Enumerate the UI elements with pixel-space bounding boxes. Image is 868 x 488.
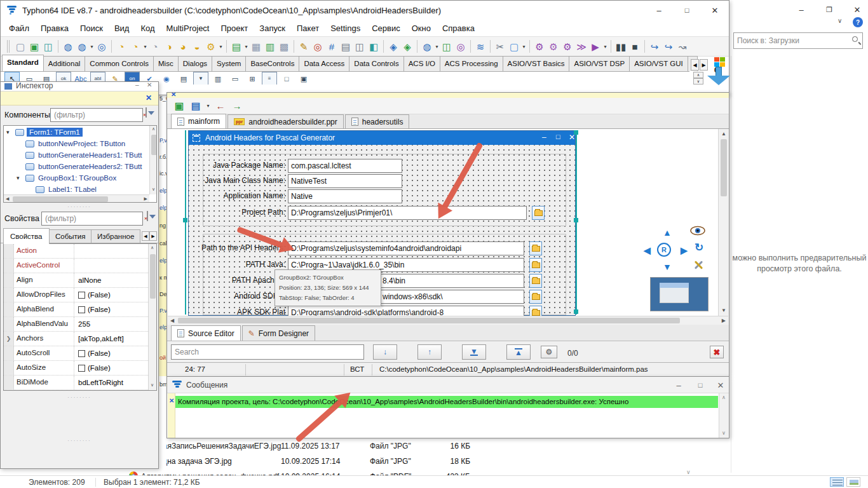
scroll-down-icon[interactable]: ∨ — [722, 430, 726, 436]
toolbar-icon[interactable]: ✂ — [493, 39, 507, 53]
toolbar-icon[interactable]: ◍ — [75, 39, 89, 53]
ide-close-button[interactable]: ✕ — [701, 1, 729, 20]
selection-line-right[interactable] — [576, 130, 577, 315]
selection-handle[interactable] — [574, 309, 578, 314]
toolbar-icon[interactable]: ⚙ — [204, 39, 218, 53]
toolbar-icon[interactable]: ◍ — [420, 39, 434, 53]
toolbar-icon[interactable]: ▩ — [277, 39, 291, 53]
menu-run[interactable]: Запуск — [254, 24, 291, 33]
java-main-class-input[interactable]: NativeTest — [288, 174, 402, 188]
toolbar-icon[interactable]: ◍ — [61, 39, 75, 53]
api-headers-path-input[interactable]: D:\Programs\zeljus\systeminfo4android\an… — [288, 241, 524, 255]
menu-code[interactable]: Код — [135, 24, 160, 33]
toolbar-icon[interactable]: ◫ — [41, 39, 55, 53]
menu-package[interactable]: Пакет — [291, 24, 325, 33]
properties-filter-icon[interactable] — [147, 211, 148, 221]
browse-button[interactable] — [529, 258, 542, 272]
properties-filter-input[interactable] — [41, 212, 143, 226]
browse-button[interactable] — [529, 306, 542, 316]
browse-button[interactable] — [529, 274, 542, 288]
scroll-thumb[interactable] — [13, 196, 108, 202]
palette-tab-system[interactable]: System — [212, 56, 246, 71]
toolbar-icon[interactable]: ◎ — [95, 39, 109, 53]
dropdown-caret-icon[interactable]: ▾ — [521, 44, 527, 50]
form-designer-canvas[interactable]: Android Headers for Pascal Generator – □… — [168, 129, 728, 316]
toolbar-icon[interactable]: ◒ — [190, 39, 204, 53]
toolbar-icon[interactable]: ↪ — [661, 39, 675, 53]
property-row[interactable]: AutoScroll(False) — [4, 346, 148, 361]
selection-handle[interactable] — [574, 130, 578, 135]
palette-tab-data-access[interactable]: Data Access — [299, 56, 349, 71]
palette-tab-asio-vst-gui[interactable]: ASIO/VST GUI — [629, 56, 688, 71]
selection-line-left[interactable] — [185, 130, 186, 315]
palette-tab-asio-vst-dsp[interactable]: ASIO/VST DSP — [569, 56, 630, 71]
toolbar-icon[interactable]: ▶ — [588, 39, 602, 53]
selection-handle[interactable] — [183, 218, 187, 222]
grid-vscrollbar[interactable]: ∧ ∨ — [148, 244, 156, 390]
search-options-button[interactable]: ⚙ — [541, 346, 557, 358]
scroll-up-icon[interactable]: ∧ — [152, 126, 155, 132]
tab-events[interactable]: События — [49, 229, 92, 243]
menu-edit[interactable]: Правка — [35, 24, 74, 33]
file-row[interactable]: ВреднаяЗаписьРешенияЗадачиЕГЭ.jpg 11.09.… — [127, 438, 737, 454]
dropdown-caret-icon[interactable]: ▾ — [205, 103, 211, 109]
browse-button[interactable] — [532, 206, 545, 220]
form-minimize-icon[interactable]: – — [542, 133, 546, 142]
toolbar-icon[interactable]: ◎ — [311, 39, 325, 53]
palette-scroll-left[interactable]: ◀ — [691, 59, 699, 71]
scroll-thumb[interactable] — [178, 318, 680, 323]
toolbar-grip[interactable] — [7, 40, 10, 53]
toolbar-icon[interactable]: ▤ — [339, 39, 353, 53]
menu-search[interactable]: Поиск — [74, 24, 109, 33]
expander-icon[interactable]: ▾ — [6, 129, 10, 135]
tab-form-designer[interactable]: ✎Form Designer — [242, 325, 315, 341]
palette-tab-data-controls[interactable]: Data Controls — [349, 56, 403, 71]
toolbar-icon[interactable]: ◕ — [176, 39, 190, 53]
palette-component-icon[interactable]: ▥ — [210, 72, 226, 85]
tree-item-buttonnewproject[interactable]: buttonNewProject: TButton — [4, 139, 149, 150]
toolbar-icon[interactable]: ◫ — [440, 39, 454, 53]
dropdown-caret-icon[interactable]: ▾ — [218, 44, 224, 50]
nudge-left-icon[interactable]: ◀ — [644, 246, 651, 255]
toolbar-icon[interactable]: ◔ — [114, 39, 128, 53]
tab-mainform[interactable]: mainform — [171, 114, 226, 128]
scroll-left-icon[interactable]: ◀ — [6, 196, 9, 201]
scroll-thumb[interactable] — [150, 254, 156, 299]
property-row[interactable]: BiDiModebdLeftToRight — [4, 376, 148, 390]
toolbar-icon[interactable]: ◈ — [400, 39, 414, 53]
toolbar-icon[interactable]: ↪ — [648, 39, 661, 53]
checkbox[interactable] — [78, 292, 85, 299]
tree-item-generateheaders2[interactable]: buttonGenerateHeaders2: TButt — [4, 161, 149, 173]
tree-item-label[interactable]: Label1: TLabel — [48, 186, 97, 193]
toolbar-icon[interactable]: ◑ — [162, 39, 176, 53]
ribbon-chevron-icon[interactable]: ∨ — [837, 17, 842, 24]
tab-source-editor[interactable]: Source Editor — [171, 325, 241, 341]
sliver-close-icon[interactable]: ✕ — [171, 93, 176, 98]
palette-tab-additional[interactable]: Additional — [43, 56, 86, 71]
toolbar-icon[interactable]: ▦ — [249, 39, 263, 53]
explorer-minimize-button[interactable]: – — [790, 3, 812, 17]
editor-toolbar-icon[interactable]: ← — [214, 99, 227, 113]
menu-view[interactable]: Вид — [109, 24, 135, 33]
eye-icon[interactable] — [690, 226, 705, 236]
property-row[interactable]: Action — [4, 244, 148, 259]
details-view-button[interactable] — [830, 477, 844, 487]
toolbar-icon[interactable]: ↝ — [675, 39, 689, 53]
java-package-name-input[interactable]: com.pascal.lcltest — [288, 159, 402, 173]
explorer-search-box[interactable] — [733, 32, 863, 49]
palette-tab-misc[interactable]: Misc — [153, 56, 179, 71]
tree-item-form1[interactable]: ▾ Form1: TForm1 — [4, 127, 149, 139]
tree-vscrollbar[interactable]: ∧ ∨ — [149, 126, 157, 194]
toolbar-icon[interactable]: ◔ — [128, 39, 142, 53]
property-row[interactable]: ❯Anchors[akTop,akLeft] — [4, 332, 148, 346]
project-path-input[interactable]: D:\Programs\zeljus\Primjer01\ — [288, 206, 527, 220]
nudge-up-icon[interactable]: ▲ — [663, 228, 672, 237]
palette-tab-basecontrols[interactable]: BaseControls — [245, 56, 299, 71]
menu-service[interactable]: Сервис — [366, 24, 406, 33]
property-row[interactable]: AlignalNone — [4, 273, 148, 288]
dropdown-caret-icon[interactable]: ▾ — [243, 44, 249, 50]
toolbar-icon[interactable]: ✎ — [297, 39, 311, 53]
editor-toolbar-icon[interactable]: ▣ — [172, 99, 186, 113]
inspector-minimize-icon[interactable]: – — [135, 82, 139, 88]
scroll-down-icon[interactable]: ▼ — [721, 308, 726, 313]
